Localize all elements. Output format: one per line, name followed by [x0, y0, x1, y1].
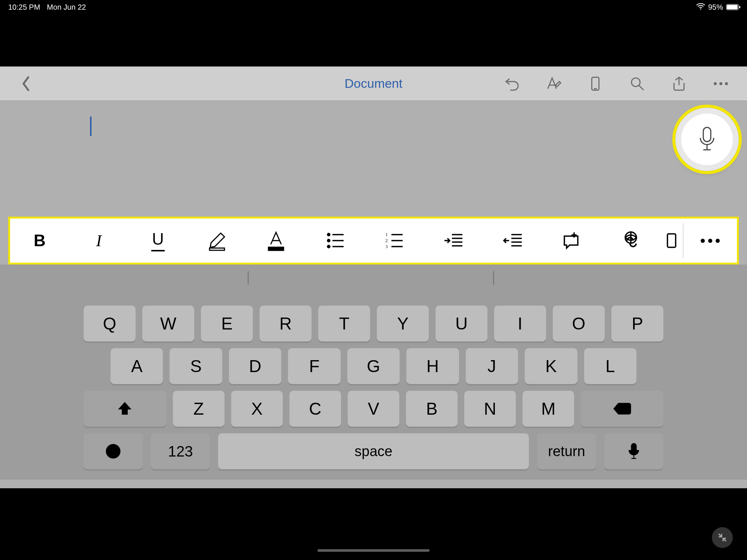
svg-point-10 [328, 233, 330, 236]
outdent-button[interactable] [483, 219, 542, 263]
svg-point-36 [106, 445, 120, 458]
emoji-key[interactable] [84, 433, 143, 469]
dictation-fab[interactable] [675, 108, 739, 171]
more-button[interactable] [706, 69, 736, 99]
key-u[interactable]: U [436, 306, 487, 341]
keyboard-row-4: 123 space return [0, 433, 747, 469]
svg-rect-8 [210, 248, 224, 250]
numbers-key[interactable]: 123 [151, 433, 210, 469]
insert-link-button[interactable] [601, 219, 660, 263]
svg-point-3 [632, 78, 640, 86]
microphone-icon [697, 126, 717, 153]
formatting-toolbar: B I U 123 [8, 217, 739, 264]
svg-point-11 [328, 239, 330, 242]
key-a[interactable]: A [111, 348, 163, 384]
partial-icon[interactable] [660, 219, 683, 263]
key-q[interactable]: Q [84, 306, 136, 341]
key-v[interactable]: V [348, 391, 399, 427]
key-w[interactable]: W [142, 306, 194, 341]
indent-button[interactable] [424, 219, 483, 263]
keyboard-candidate-bar [0, 264, 747, 306]
battery-icon [726, 4, 739, 10]
battery-pct: 95% [708, 3, 723, 12]
svg-text:3: 3 [385, 244, 388, 249]
keyboard-row-3: ZXCVBNM [0, 391, 747, 427]
key-k[interactable]: K [525, 348, 577, 384]
svg-point-38 [115, 449, 117, 451]
key-m[interactable]: M [523, 391, 574, 427]
key-f[interactable]: F [288, 348, 340, 384]
italic-button[interactable]: I [69, 219, 128, 263]
mobile-view-button[interactable] [580, 69, 610, 99]
underline-button[interactable]: U [128, 219, 187, 263]
bulleted-list-button[interactable] [306, 219, 365, 263]
svg-point-12 [328, 245, 330, 248]
key-r[interactable]: R [260, 306, 311, 341]
key-o[interactable]: O [553, 306, 605, 341]
svg-rect-9 [269, 247, 283, 250]
insert-comment-button[interactable] [542, 219, 601, 263]
wifi-icon [696, 3, 705, 12]
highlight-color-button[interactable] [187, 219, 247, 263]
text-style-button[interactable] [539, 69, 568, 99]
text-cursor [90, 117, 92, 136]
battery-fill [727, 5, 738, 9]
key-t[interactable]: T [318, 306, 370, 341]
svg-line-4 [639, 85, 644, 90]
key-e[interactable]: E [201, 306, 253, 341]
key-b[interactable]: B [406, 391, 458, 427]
key-x[interactable]: X [231, 391, 283, 427]
candidate-separator [248, 271, 249, 285]
key-n[interactable]: N [464, 391, 516, 427]
home-indicator[interactable] [317, 549, 430, 552]
bold-button[interactable]: B [10, 219, 69, 263]
back-button[interactable] [11, 69, 41, 99]
svg-text:1: 1 [385, 232, 388, 237]
key-c[interactable]: C [289, 391, 341, 427]
status-time: 10:25 PM [8, 3, 40, 12]
key-d[interactable]: D [229, 348, 281, 384]
toolbar-more-button[interactable] [684, 219, 737, 263]
shift-key[interactable] [84, 391, 166, 427]
dictation-key[interactable] [604, 433, 663, 469]
key-p[interactable]: P [611, 306, 663, 341]
svg-point-37 [110, 449, 112, 451]
font-color-button[interactable] [247, 219, 306, 263]
key-i[interactable]: I [494, 306, 546, 341]
key-z[interactable]: Z [173, 391, 224, 427]
key-s[interactable]: S [170, 348, 222, 384]
key-y[interactable]: Y [377, 306, 429, 341]
keyboard-row-2: ASDFGHJKL [0, 348, 747, 384]
svg-rect-5 [703, 127, 711, 142]
key-g[interactable]: G [347, 348, 400, 384]
app-toolbar: Document [0, 66, 747, 101]
app-window: Document [0, 66, 747, 488]
key-j[interactable]: J [466, 348, 518, 384]
search-button[interactable] [622, 69, 652, 99]
status-date: Mon Jun 22 [47, 3, 86, 12]
candidate-separator [493, 271, 494, 285]
collapse-keyboard-button[interactable] [712, 527, 733, 548]
undo-button[interactable] [497, 69, 527, 99]
status-bar: 10:25 PM Mon Jun 22 95% [0, 0, 747, 14]
space-key[interactable]: space [218, 433, 529, 469]
keyboard-row-1: QWERTYUIOP [0, 306, 747, 341]
return-key[interactable]: return [537, 433, 596, 469]
svg-text:2: 2 [385, 238, 388, 243]
svg-point-0 [700, 8, 701, 9]
share-button[interactable] [664, 69, 694, 99]
key-l[interactable]: L [584, 348, 636, 384]
backspace-key[interactable] [581, 391, 663, 427]
keyboard: QWERTYUIOP ASDFGHJKL ZXCVBNM 123 space r… [0, 264, 747, 480]
numbered-list-button[interactable]: 123 [365, 219, 424, 263]
svg-rect-33 [667, 234, 676, 247]
key-h[interactable]: H [406, 348, 459, 384]
